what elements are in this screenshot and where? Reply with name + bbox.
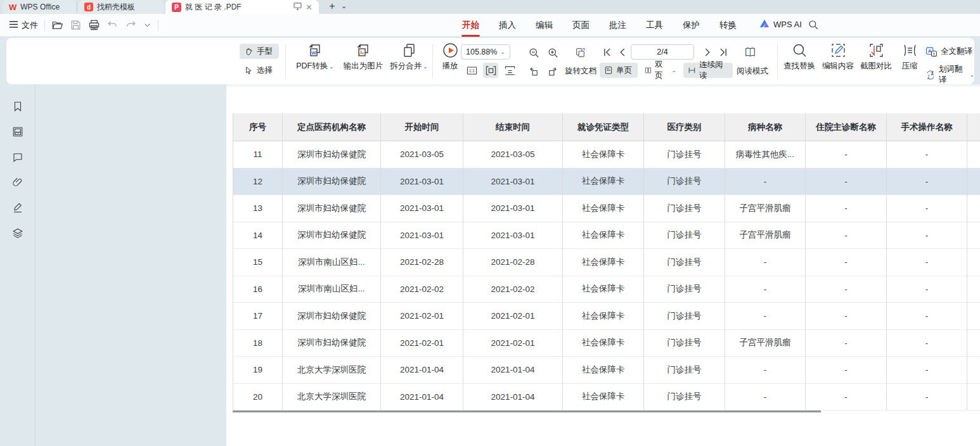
select-tool-button[interactable]: 选择	[240, 63, 279, 78]
hand-tool-button[interactable]: 手型	[240, 44, 279, 59]
word-translate-button[interactable]: xA 划词翻译 ⌄	[925, 64, 974, 86]
table-cell: 11	[233, 141, 282, 169]
tab-docer-templates[interactable]: d 找稻壳模板	[78, 0, 164, 14]
open-file-icon[interactable]	[51, 19, 63, 31]
chevron-down-icon: ⌄	[671, 67, 676, 73]
table-cell: 社会保障卡	[562, 222, 643, 250]
last-page-icon[interactable]	[716, 46, 729, 58]
read-mode-label[interactable]: 阅读模式	[734, 66, 771, 77]
table-cell: 社会保障卡	[562, 249, 643, 276]
tab-wps-office[interactable]: W WPS Office	[3, 0, 76, 14]
compress-button[interactable]: 压缩	[896, 42, 924, 72]
menu-protect[interactable]: 保护	[682, 18, 700, 32]
compress-label: 压缩	[902, 61, 918, 72]
table-cell: 2021-01-04	[380, 357, 463, 384]
thumbnails-icon[interactable]	[12, 126, 23, 137]
table-row: 12深圳市妇幼保健院2021-03-012021-03-01社会保障卡门诊挂号-…	[233, 169, 980, 196]
file-menu-label: 文件	[22, 20, 38, 31]
tab-document-pdf[interactable]: P 就 医 记 录 .PDF ✕	[165, 0, 319, 14]
quick-access-chevron-icon[interactable]	[143, 19, 152, 31]
pdf-convert-button[interactable]: W PDF转换⌄	[292, 42, 338, 72]
select-tool-label: 选择	[257, 65, 273, 76]
zoom-out-icon[interactable]	[526, 45, 541, 60]
column-header: 医疗类别	[643, 113, 725, 141]
next-page-icon[interactable]	[700, 46, 713, 58]
table-cell: 门诊挂号	[643, 357, 725, 384]
tab-list-chevron-icon[interactable]: ⌄	[341, 2, 347, 10]
pdf-convert-icon: W	[307, 42, 324, 59]
continuous-read-button[interactable]: 连续阅读	[683, 63, 733, 78]
wps-pdf-app: W WPS Office d 找稻壳模板 P 就 医 记 录 .PDF ✕ + …	[0, 0, 980, 446]
rotate-pages-icon[interactable]	[571, 44, 591, 61]
screenshot-compare-icon	[868, 42, 885, 59]
share-screen-icon[interactable]	[293, 3, 302, 12]
menu-wps-ai[interactable]: WPS AI	[759, 19, 802, 30]
screenshot-compare-button[interactable]: 截图对比	[858, 42, 894, 72]
first-page-icon[interactable]	[601, 46, 614, 58]
full-translate-button[interactable]: Ax 全文翻译	[925, 46, 972, 58]
table-cell: 2021-02-28	[463, 249, 562, 276]
fit-width-button[interactable]	[483, 63, 498, 78]
table-cell: -	[886, 195, 967, 222]
single-page-button[interactable]: 单页	[600, 63, 638, 78]
actual-size-button[interactable]: 1:1	[464, 63, 479, 78]
compress-icon	[901, 42, 919, 59]
close-tab-icon[interactable]: ✕	[306, 3, 313, 12]
print-icon[interactable]	[88, 19, 100, 31]
table-cell: 2021-03-05	[463, 141, 562, 169]
column-header: 定点医药机构名称	[282, 113, 380, 141]
layers-icon[interactable]	[12, 227, 23, 239]
table-cell: 社会保障卡	[562, 384, 643, 411]
find-replace-button[interactable]: 查找替换	[781, 42, 818, 72]
menu-annotate[interactable]: 批注	[609, 18, 627, 32]
export-image-button[interactable]: 输出为图片	[338, 42, 388, 72]
menu-search-icon[interactable]	[808, 19, 819, 30]
new-tab-button[interactable]: +	[326, 1, 338, 12]
column-header: 住院主诊断名称	[805, 113, 886, 141]
table-cell: 深圳市妇幼保健院	[282, 303, 380, 330]
zoom-in-icon[interactable]	[545, 45, 560, 60]
edit-content-button[interactable]: 编辑内容	[820, 42, 856, 72]
read-mode-icon[interactable]	[740, 43, 759, 61]
table-cell: -	[805, 384, 886, 411]
save-icon[interactable]	[70, 19, 82, 31]
edit-content-label: 编辑内容	[822, 61, 854, 72]
table-cell: -	[725, 303, 805, 330]
rotate-doc-label[interactable]: 旋转文档	[562, 66, 600, 77]
rotate-right-icon[interactable]	[545, 63, 560, 78]
fit-page-button[interactable]	[502, 63, 517, 78]
bookmark-icon[interactable]	[12, 101, 23, 112]
table-cell: -	[805, 169, 886, 196]
pdf-file-icon: P	[172, 3, 181, 12]
undo-icon[interactable]	[106, 19, 119, 31]
menu-page[interactable]: 页面	[572, 18, 590, 32]
table-cell: -	[725, 169, 805, 196]
double-page-button[interactable]: 双页 ⌄	[640, 63, 681, 78]
table-bottom-border	[233, 411, 821, 412]
full-translate-icon: Ax	[925, 46, 938, 58]
table-cell: -	[886, 222, 967, 250]
menu-insert[interactable]: 插入	[498, 18, 517, 32]
signature-icon[interactable]	[12, 202, 23, 213]
split-merge-button[interactable]: 拆分合并⌄	[388, 42, 430, 72]
column-header: 手术操作名称	[886, 113, 967, 141]
search-icon	[791, 42, 808, 59]
page-number-input[interactable]: 2/4	[631, 44, 694, 60]
file-menu-button[interactable]: 文件	[9, 20, 38, 31]
tab-label: WPS Office	[20, 3, 60, 11]
rotate-left-icon[interactable]	[526, 63, 541, 78]
table-cell: -	[886, 357, 967, 384]
menu-tools[interactable]: 工具	[645, 18, 664, 32]
zoom-value: 105.88%	[466, 48, 497, 56]
table-cell: 社会保障卡	[562, 276, 643, 303]
menu-home[interactable]: 开始	[461, 18, 480, 32]
play-button[interactable]: 播放	[436, 42, 464, 72]
menu-edit[interactable]: 编辑	[535, 18, 553, 32]
zoom-level-select[interactable]: 105.88% ⌄	[461, 44, 510, 60]
table-cell: 2021-01-04	[380, 384, 463, 411]
comments-icon[interactable]	[12, 151, 23, 163]
prev-page-icon[interactable]	[616, 46, 629, 58]
attachment-icon[interactable]	[12, 177, 23, 188]
menu-convert[interactable]: 转换	[719, 18, 737, 32]
redo-icon[interactable]	[125, 19, 137, 31]
